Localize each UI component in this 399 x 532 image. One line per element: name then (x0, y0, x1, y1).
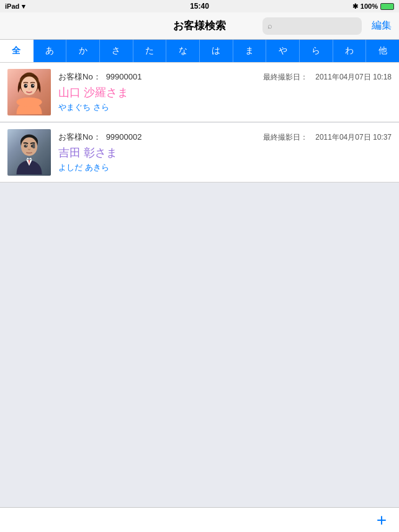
filter-tab-na[interactable]: な (166, 40, 200, 62)
customer-name-kana: よしだ あきら (58, 162, 392, 173)
wifi-icon: ▾ (22, 2, 25, 11)
bluetooth-icon: ✱ (352, 2, 358, 11)
filter-tab-wa[interactable]: わ (333, 40, 367, 62)
customer-number-row: お客様No：99900002最終撮影日： 2011年04月07日 10:37 (58, 132, 392, 143)
customer-no-value: 99900001 (106, 72, 142, 81)
svg-point-4 (25, 84, 27, 86)
svg-point-6 (16, 97, 42, 106)
battery-label: 100% (361, 2, 378, 10)
customer-no-label: お客様No： (58, 72, 101, 81)
status-bar: iPad ▾ 15:40 ✱ 100% (0, 0, 399, 12)
nav-right: ⌕ 編集 (262, 17, 392, 35)
nav-title: お客様検索 (173, 19, 226, 33)
add-button[interactable]: + (377, 512, 387, 529)
filter-tab-ma[interactable]: ま (233, 40, 267, 62)
svg-point-5 (32, 84, 34, 86)
search-wrapper: ⌕ (262, 17, 362, 35)
customer-number-row: お客様No：99900001最終撮影日： 2011年04月07日 10:18 (58, 71, 392, 83)
svg-rect-13 (32, 143, 35, 148)
battery-icon (380, 3, 394, 10)
customer-date: 最終撮影日： 2011年04月07日 10:18 (263, 72, 392, 83)
customer-avatar (7, 129, 51, 176)
filter-tab-a[interactable]: あ (34, 40, 67, 62)
svg-point-9 (24, 144, 27, 147)
customer-card[interactable]: お客様No：99900001最終撮影日： 2011年04月07日 10:18山口… (0, 62, 399, 122)
customer-avatar (7, 69, 51, 115)
page-footer: + (0, 507, 399, 532)
edit-button[interactable]: 編集 (372, 19, 392, 32)
customer-name-jp: 山口 沙羅さま (58, 85, 392, 100)
customer-list: お客様No：99900001最終撮影日： 2011年04月07日 10:18山口… (0, 62, 399, 532)
customer-no: お客様No：99900002 (58, 132, 141, 143)
filter-tab-ya[interactable]: や (266, 40, 300, 62)
search-input[interactable] (262, 17, 362, 35)
filter-tab-ra[interactable]: ら (300, 40, 333, 62)
customer-card[interactable]: お客様No：99900002最終撮影日： 2011年04月07日 10:37吉田… (0, 123, 399, 183)
customer-name-jp: 吉田 彰さま (58, 145, 392, 160)
time-label: 15:40 (190, 2, 209, 11)
filter-bar: 全あかさたなはまやらわ他 (0, 40, 399, 62)
filter-tab-ha[interactable]: は (200, 40, 233, 62)
svg-point-3 (30, 84, 34, 88)
customer-name-kana: やまぐち さら (58, 102, 392, 113)
filter-tab-sa[interactable]: さ (100, 40, 133, 62)
search-icon: ⌕ (267, 21, 272, 30)
customer-info: お客様No：99900001最終撮影日： 2011年04月07日 10:18山口… (58, 71, 392, 113)
customer-date: 最終撮影日： 2011年04月07日 10:37 (263, 132, 392, 143)
customer-no: お客様No：99900001 (58, 71, 141, 83)
filter-tab-ka[interactable]: か (66, 40, 100, 62)
filter-tab-other[interactable]: 他 (366, 40, 399, 62)
customer-info: お客様No：99900002最終撮影日： 2011年04月07日 10:37吉田… (58, 132, 392, 173)
nav-bar: お客様検索 ⌕ 編集 (0, 12, 399, 40)
svg-point-11 (25, 145, 26, 146)
svg-point-2 (24, 84, 27, 88)
customer-no-value: 99900002 (106, 132, 142, 142)
filter-tab-all[interactable]: 全 (0, 40, 34, 62)
carrier-label: iPad (5, 2, 19, 10)
filter-tab-ta[interactable]: た (133, 40, 167, 62)
customer-no-label: お客様No： (58, 132, 101, 142)
